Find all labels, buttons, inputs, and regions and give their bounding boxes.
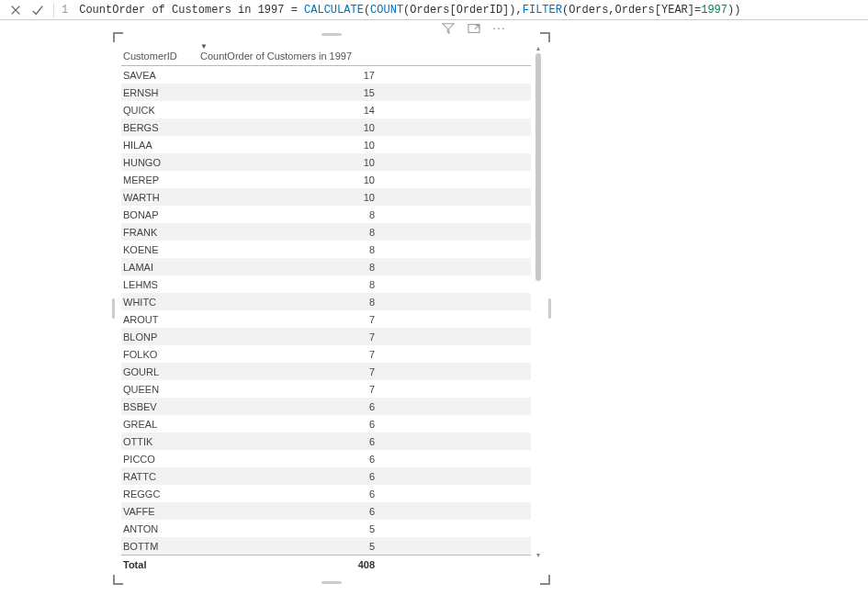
measure-name: CountOrder of Customers in 1997	[79, 4, 284, 17]
scroll-up-icon[interactable]: ▴	[535, 44, 542, 51]
table-row[interactable]: RATTC6	[121, 467, 531, 485]
cell-count: 6	[200, 401, 384, 412]
resize-handle-top[interactable]	[321, 33, 342, 36]
resize-handle-bottom[interactable]	[321, 581, 342, 584]
table-row[interactable]: WHITC8	[121, 293, 531, 310]
table-row[interactable]: WARTH10	[121, 188, 531, 206]
resize-handle-left[interactable]	[112, 298, 115, 319]
table-row[interactable]: KOENE8	[121, 241, 531, 258]
cell-count: 7	[200, 331, 384, 342]
fn-count: COUNT	[370, 4, 403, 17]
cell-count: 8	[200, 279, 384, 290]
cell-customerid: BERGS	[121, 122, 200, 133]
filter-icon[interactable]	[441, 22, 456, 35]
table-row[interactable]: REGGC6	[121, 485, 531, 502]
column-header-countorder[interactable]: ▼ CountOrder of Customers in 1997	[200, 44, 384, 62]
table-row[interactable]: AROUT7	[121, 310, 531, 328]
cell-customerid: PICCO	[121, 454, 200, 465]
cell-count: 8	[200, 262, 384, 273]
cell-count: 15	[200, 87, 384, 98]
table-row[interactable]: ANTON5	[121, 520, 531, 537]
table-row[interactable]: LAMAI8	[121, 258, 531, 275]
arg: Orders[OrderID]	[410, 4, 509, 17]
table-row[interactable]: FOLKO7	[121, 345, 531, 363]
cell-customerid: BONAP	[121, 209, 200, 220]
cell-count: 6	[200, 471, 384, 482]
commit-icon[interactable]	[29, 2, 46, 18]
cell-count: 6	[200, 436, 384, 447]
table-row[interactable]: ERNSH15	[121, 84, 531, 101]
table-row[interactable]: OTTIK6	[121, 432, 531, 450]
table-row[interactable]: HUNGO10	[121, 153, 531, 171]
cell-count: 10	[200, 122, 384, 133]
cell-count: 6	[200, 488, 384, 500]
cell-customerid: HUNGO	[121, 157, 200, 168]
table-row[interactable]: BONAP8	[121, 206, 531, 223]
cell-customerid: WHITC	[121, 297, 200, 308]
resize-handle-br[interactable]	[538, 573, 551, 586]
line-number: 1	[62, 4, 73, 17]
table-row[interactable]: GREAL6	[121, 415, 531, 432]
cell-count: 10	[200, 174, 384, 185]
cell-count: 10	[200, 140, 384, 151]
cell-customerid: GREAL	[121, 419, 200, 430]
focus-mode-icon[interactable]	[467, 22, 481, 35]
total-label: Total	[121, 559, 200, 570]
cell-customerid: LEHMS	[121, 279, 200, 290]
eq: =	[284, 4, 304, 17]
lit-year: 1997	[701, 4, 727, 17]
cell-customerid: GOURL	[121, 366, 200, 377]
paren: (	[364, 4, 370, 17]
visual-header-icons: ···	[441, 22, 506, 35]
formula-input[interactable]: CountOrder of Customers in 1997 = CALCUL…	[79, 4, 864, 17]
cell-count: 7	[200, 314, 384, 325]
table-row[interactable]: BSBEV6	[121, 398, 531, 415]
table-row[interactable]: BLONP7	[121, 328, 531, 345]
cell-count: 7	[200, 384, 384, 395]
separator	[53, 3, 54, 17]
more-options-icon[interactable]: ···	[492, 22, 506, 35]
cell-customerid: HILAA	[121, 140, 200, 151]
scroll-thumb[interactable]	[535, 53, 541, 281]
cell-count: 8	[200, 297, 384, 308]
table-row[interactable]: BOTTM5	[121, 537, 531, 555]
cell-count: 8	[200, 244, 384, 255]
resize-handle-right[interactable]	[548, 298, 551, 319]
column-header-customerid[interactable]: CustomerID	[121, 51, 200, 62]
table-row[interactable]: MEREP10	[121, 171, 531, 188]
cell-customerid: BSBEV	[121, 401, 200, 412]
table-row[interactable]: PICCO6	[121, 450, 531, 467]
cell-customerid: KOENE	[121, 244, 200, 255]
scrollbar[interactable]: ▴ ▾	[535, 44, 542, 558]
cell-count: 10	[200, 192, 384, 203]
sort-desc-icon: ▼	[200, 44, 384, 50]
table-row[interactable]: BERGS10	[121, 118, 531, 136]
table-row[interactable]: HILAA10	[121, 136, 531, 153]
table-row[interactable]: FRANK8	[121, 223, 531, 241]
table-row[interactable]: QUEEN7	[121, 380, 531, 398]
table-row[interactable]: QUICK14	[121, 101, 531, 118]
cell-customerid: ERNSH	[121, 87, 200, 98]
cell-customerid: OTTIK	[121, 436, 200, 447]
cell-count: 5	[200, 541, 384, 552]
table-visual-frame[interactable]: CustomerID ▼ CountOrder of Customers in …	[116, 35, 547, 582]
cell-count: 8	[200, 227, 384, 238]
scroll-track[interactable]	[535, 53, 542, 549]
fn-calculate: CALCULATE	[304, 4, 364, 17]
resize-handle-tr[interactable]	[538, 31, 551, 44]
paren: ))	[727, 4, 740, 17]
cell-customerid: FRANK	[121, 227, 200, 238]
table-row[interactable]: VAFFE6	[121, 502, 531, 520]
cell-customerid: QUICK	[121, 105, 200, 116]
cell-customerid: VAFFE	[121, 506, 200, 517]
cell-count: 7	[200, 366, 384, 377]
cell-count: 14	[200, 105, 384, 116]
table-row[interactable]: LEHMS8	[121, 275, 531, 293]
table-row[interactable]: GOURL7	[121, 363, 531, 380]
cancel-icon[interactable]	[7, 2, 24, 18]
scroll-down-icon[interactable]: ▾	[535, 551, 542, 558]
total-value: 408	[200, 559, 384, 570]
table-header: CustomerID ▼ CountOrder of Customers in …	[121, 40, 531, 66]
table-row[interactable]: SAVEA17	[121, 66, 531, 84]
cell-count: 5	[200, 523, 384, 534]
